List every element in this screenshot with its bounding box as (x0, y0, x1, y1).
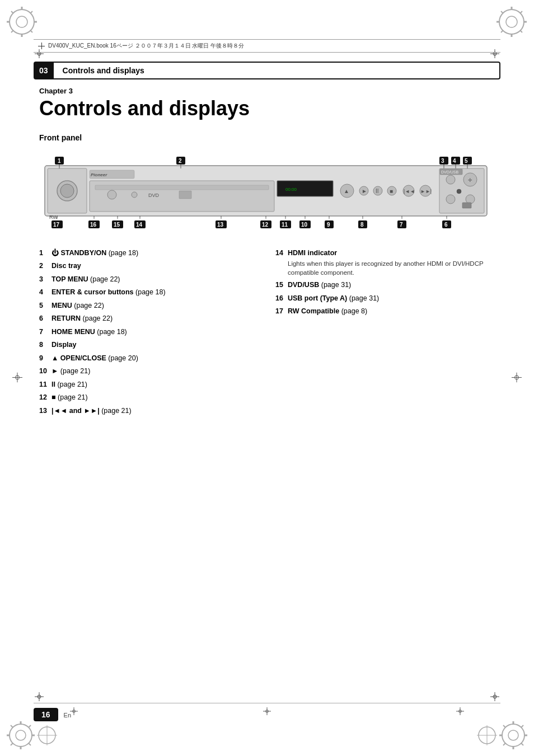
page-number-box: 16 (34, 708, 58, 721)
svg-text:7: 7 (400, 222, 403, 228)
list-item: 5 MENU (page 22) (39, 301, 259, 311)
item-number: 2 (39, 261, 51, 271)
item-number: 9 (39, 354, 51, 364)
svg-line-8 (30, 11, 32, 13)
item-label: ENTER & cursor buttons (page 18) (51, 288, 259, 298)
svg-text:16: 16 (90, 222, 97, 228)
list-item: 8 Display (39, 340, 259, 350)
item-number: 6 (39, 314, 51, 324)
item-number: 5 (39, 301, 51, 311)
item-label: RW Compatible (page 8) (288, 307, 495, 317)
svg-text:|◄◄: |◄◄ (404, 189, 415, 194)
chapter-title-box: Controls and displays (54, 62, 500, 79)
corner-decoration-tl (7, 7, 38, 37)
svg-point-35 (60, 184, 74, 198)
list-item: 15 DVD/USB (page 31) (275, 280, 495, 290)
chapter-number: 03 (39, 66, 48, 75)
items-col-left: 1 ⏻ STANDBY/ON (page 18) 2 Disc tray 3 T… (39, 248, 259, 420)
item-label: MENU (page 22) (51, 301, 259, 311)
gear-icon-tr (496, 7, 527, 37)
page-title: Controls and displays (39, 97, 495, 120)
svg-point-42 (132, 192, 137, 198)
item-number: 16 (275, 294, 288, 304)
svg-text:3: 3 (441, 158, 444, 164)
svg-point-68 (457, 189, 461, 194)
svg-line-19 (501, 30, 503, 32)
svg-text:■: ■ (390, 188, 393, 194)
item-label: ⏻ STANDBY/ON (page 18) (51, 248, 259, 259)
gear-icon-br (499, 721, 527, 749)
svg-text:DVD: DVD (148, 192, 160, 198)
svg-point-149 (508, 730, 518, 740)
corner-decoration-bl (7, 721, 57, 749)
item-label: DVD/USB (page 31) (288, 280, 495, 290)
svg-point-1 (16, 16, 27, 27)
svg-rect-44 (179, 191, 191, 199)
svg-line-157 (503, 743, 505, 745)
page-number: 16 (41, 710, 50, 719)
item-number: 12 (39, 393, 51, 403)
item-number: 3 (39, 275, 51, 285)
item-description: Lights when this player is recognized by… (288, 259, 495, 277)
item-number: 17 (275, 307, 288, 317)
chapter-title: Controls and displays (63, 66, 144, 75)
gear-icon-bl (7, 721, 35, 749)
svg-text:10: 10 (301, 222, 308, 228)
svg-line-17 (520, 30, 522, 32)
list-item: 12 ■ (page 21) (39, 393, 259, 403)
item-label: TOP MENU (page 22) (51, 275, 259, 285)
svg-line-144 (11, 743, 13, 745)
svg-rect-40 (95, 185, 269, 190)
svg-line-154 (503, 725, 505, 727)
svg-point-136 (16, 730, 26, 740)
crosshair-bottom-left (35, 692, 44, 703)
list-item: 7 HOME MENU (page 18) (39, 327, 259, 337)
crosshair-bottom-inner-left (70, 707, 78, 717)
list-item: 11 II (page 21) (39, 380, 259, 390)
file-info-bar: DV400V_KUC_EN.book 16ページ ２００７年３月１４日 水曜日 … (34, 39, 500, 53)
crosshair-icon (38, 43, 45, 49)
svg-text:Pioneer: Pioneer (91, 172, 107, 177)
item-label: Display (51, 340, 259, 350)
list-item: 6 RETURN (page 22) (39, 314, 259, 324)
svg-text:DVD/USB: DVD/USB (441, 170, 458, 174)
item-number: 11 (39, 380, 51, 390)
svg-point-64 (466, 195, 475, 204)
item-label: Disc tray (51, 261, 259, 271)
list-item: 14 HDMI indicator Lights when this playe… (275, 248, 495, 278)
list-item: 10 ► (page 21) (39, 367, 259, 377)
item-number: 4 (39, 288, 51, 298)
chapter-number-box: 03 (34, 62, 54, 79)
item-label: HOME MENU (page 18) (51, 327, 259, 337)
chapter-band: 03 Controls and displays (34, 62, 500, 79)
svg-text:12: 12 (262, 222, 269, 228)
section-title: Front panel (39, 133, 495, 142)
svg-point-41 (107, 190, 116, 199)
svg-line-6 (11, 11, 13, 13)
crosshair-icon-bl (37, 725, 57, 745)
file-info-text: DV400V_KUC_EN.book 16ページ ２００７年３月１４日 水曜日 … (48, 42, 244, 50)
crosshair-bottom-center (263, 707, 271, 717)
corner-decoration-br (477, 721, 527, 749)
svg-text:6: 6 (444, 222, 448, 228)
svg-text:1: 1 (58, 158, 61, 164)
svg-text:17: 17 (53, 222, 60, 228)
item-label: ▲ OPEN/CLOSE (page 20) (51, 354, 259, 364)
item-label: II (page 21) (51, 380, 259, 390)
svg-line-18 (520, 11, 522, 13)
svg-text:11: 11 (282, 222, 288, 228)
item-number: 7 (39, 327, 51, 337)
chapter-label: Chapter 3 (39, 87, 495, 95)
item-number: 1 (39, 248, 51, 259)
svg-text:▲: ▲ (344, 188, 349, 194)
front-panel-diagram: RW Pioneer DVD 00:00 ▲ ► II (39, 149, 495, 238)
list-item: 13 |◄◄ and ►►| (page 21) (39, 406, 259, 416)
svg-line-155 (521, 743, 523, 745)
item-number: 10 (39, 367, 51, 377)
crosshair-icon-br (477, 725, 497, 745)
svg-line-142 (29, 743, 31, 745)
item-label: ■ (page 21) (51, 393, 259, 403)
item-number: 13 (39, 406, 51, 416)
svg-point-60 (446, 175, 455, 184)
item-label: USB port (Type A) (page 31) (288, 294, 495, 304)
